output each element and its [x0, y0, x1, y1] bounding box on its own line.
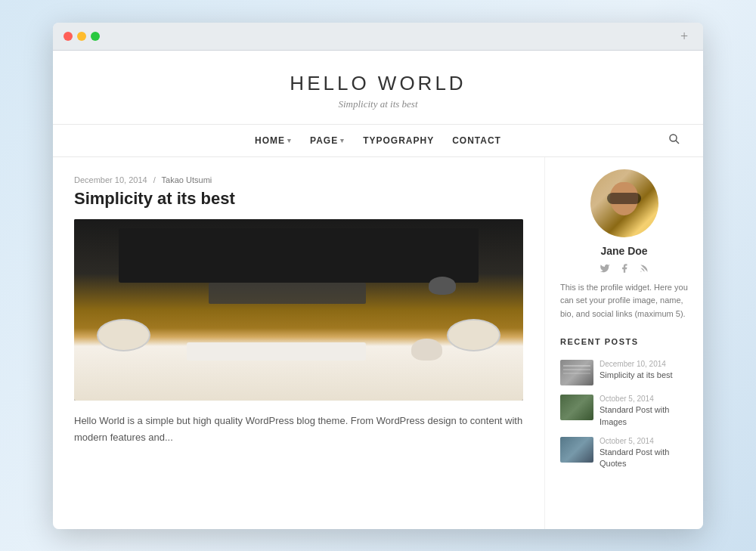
nav-item-typography[interactable]: TYPOGRAPHY [363, 135, 434, 146]
maximize-button[interactable] [91, 32, 100, 41]
svg-point-2 [640, 271, 641, 271]
profile-social-links [560, 262, 688, 275]
post-author: Takao Utsumi [162, 175, 212, 184]
site-tagline: Simplicity at its best [68, 98, 688, 110]
keyboard-lower-image [187, 342, 367, 361]
recent-post-title[interactable]: Standard Post with Quotes [600, 447, 688, 470]
recent-post-title[interactable]: Standard Post with Images [600, 404, 688, 428]
browser-chrome: + [53, 23, 703, 51]
nav-item-contact[interactable]: CONTACT [452, 135, 501, 146]
list-item: October 5, 2014 Standard Post with Quote… [560, 437, 688, 470]
nav-items: HOME ▾ PAGE ▾ TYPOGRAPHY CONTACT [255, 135, 501, 146]
nav-item-home[interactable]: HOME ▾ [255, 135, 292, 146]
site-nav: HOME ▾ PAGE ▾ TYPOGRAPHY CONTACT [53, 125, 703, 157]
chevron-down-icon: ▾ [287, 137, 292, 144]
speaker-left-image [97, 319, 150, 351]
desk-workspace-image [74, 219, 523, 401]
post-title: Simplicity at its best [74, 189, 523, 209]
close-button[interactable] [64, 32, 73, 41]
svg-point-0 [670, 135, 677, 141]
avatar [590, 169, 658, 237]
recent-post-info: October 5, 2014 Standard Post with Quote… [600, 437, 688, 470]
profile-widget: Jane Doe [560, 169, 688, 321]
avatar-sunglasses [607, 193, 641, 204]
content-area: December 10, 2014 / Takao Utsumi Simplic… [53, 157, 544, 529]
speaker-right-image [447, 319, 500, 351]
minimize-button[interactable] [77, 32, 86, 41]
recent-posts-title: RECENT POSTS [560, 337, 688, 351]
facebook-icon[interactable] [618, 262, 631, 275]
rss-icon[interactable] [637, 262, 651, 275]
post-featured-image [74, 219, 523, 401]
browser-window: + HELLO WORLD Simplicity at its best HOM… [53, 23, 703, 529]
meta-separator: / [153, 175, 156, 184]
mouse-lower-image [411, 339, 443, 361]
keyboard-image [209, 283, 366, 305]
sidebar: Jane Doe [544, 157, 703, 529]
recent-post-date: October 5, 2014 [600, 437, 688, 445]
recent-post-thumbnail [560, 395, 593, 420]
twitter-icon[interactable] [598, 262, 612, 275]
post-excerpt: Hello World is a simple but high quality… [74, 413, 523, 446]
recent-post-thumbnail [560, 437, 593, 463]
main-content: December 10, 2014 / Takao Utsumi Simplic… [53, 157, 703, 529]
recent-post-info: October 5, 2014 Standard Post with Image… [600, 395, 688, 428]
post-date: December 10, 2014 [74, 175, 147, 184]
traffic-lights [64, 32, 100, 41]
chevron-down-icon: ▾ [340, 137, 345, 144]
website-content: HELLO WORLD Simplicity at its best HOME … [53, 51, 703, 529]
nav-item-page[interactable]: PAGE ▾ [310, 135, 345, 146]
recent-post-date: December 10, 2014 [600, 360, 688, 368]
site-title: HELLO WORLD [68, 72, 688, 95]
list-item: December 10, 2014 Simplicity at its best [560, 360, 688, 385]
svg-line-1 [676, 141, 679, 144]
new-tab-button[interactable]: + [680, 30, 692, 42]
avatar-face [604, 176, 645, 237]
list-item: October 5, 2014 Standard Post with Image… [560, 395, 688, 428]
recent-post-thumbnail [560, 360, 593, 385]
recent-post-info: December 10, 2014 Simplicity at its best [600, 360, 688, 381]
profile-bio: This is the profile widget. Here you can… [560, 281, 688, 321]
recent-post-date: October 5, 2014 [600, 395, 688, 403]
site-header: HELLO WORLD Simplicity at its best [53, 51, 703, 125]
post-meta: December 10, 2014 / Takao Utsumi [74, 175, 523, 184]
mouse-image [429, 277, 456, 295]
profile-name: Jane Doe [560, 245, 688, 257]
recent-posts-list: December 10, 2014 Simplicity at its best… [560, 360, 688, 470]
recent-post-title[interactable]: Simplicity at its best [600, 370, 688, 381]
recent-posts-section: RECENT POSTS December 10, 2014 Simplicit… [560, 337, 688, 470]
search-icon[interactable] [668, 133, 680, 148]
